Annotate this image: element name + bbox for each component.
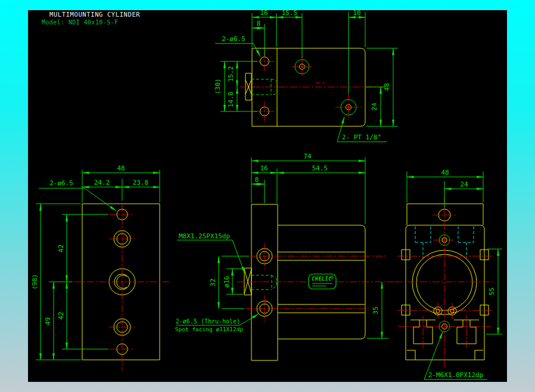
front-view-outline: [244, 204, 365, 360]
top-label-port: 2- PT 1/8": [342, 133, 381, 141]
left-dim-48: 48: [117, 164, 125, 172]
leader-thru-hole: [239, 314, 259, 325]
front-view-dimension-lines: [219, 161, 382, 338]
cad-drawing: MULTIMOUNTING CYLINDER Model: NDI 40x10-…: [28, 10, 507, 382]
right-view-centerlines: [395, 198, 495, 368]
leader-holes: [253, 43, 260, 57]
right-dim-55: 55: [488, 287, 496, 295]
left-dim-42-lower: 42: [57, 312, 65, 319]
left-view-centerlines: [74, 205, 170, 371]
left-dim-23-8: 23.8: [133, 179, 149, 186]
top-dim-8: 8: [257, 20, 261, 27]
top-dim-15-5: 15.5: [282, 10, 298, 17]
top-dim-10: 10: [353, 10, 360, 17]
front-dim-rod-16: ø16: [223, 276, 231, 288]
brand-logo: CHELIC: [309, 274, 336, 289]
front-label-rod-thread: M8X1.25PX15dp: [179, 232, 230, 240]
front-label-spot-facing: Spot facing ø11X12dp: [175, 326, 244, 332]
front-view-hidden-thread: [251, 275, 276, 290]
brand-logo-text: CHELIC: [312, 276, 332, 282]
front-view-extension-lines: [176, 157, 388, 338]
drawing-model: Model: NDI 40x10-S-F: [42, 19, 118, 26]
top-label-holes: 2-ø6.5: [222, 35, 245, 43]
front-dim-32: 32: [209, 278, 217, 286]
left-view-extension-lines: [36, 170, 160, 360]
right-dim-24: 24: [460, 181, 468, 188]
right-view-extension-lines: [407, 172, 502, 379]
top-dim-24: 24: [371, 102, 378, 111]
right-dim-48: 48: [441, 169, 449, 176]
top-view-extension-lines: [215, 12, 398, 142]
front-dim-35: 35: [372, 306, 380, 314]
front-view: CHELIC 74 16 54.5 8 M8X1.25PX15dp 32 ø16…: [175, 153, 394, 360]
top-view: 16 15.5 10 8 2-ø6.5 (30) 15.2 14.8 48 24…: [214, 10, 398, 142]
front-dim-74: 74: [303, 153, 312, 160]
left-view-dimension-lines: [41, 173, 160, 360]
front-dim-54-5: 54.5: [312, 164, 328, 172]
left-dim-49: 49: [44, 317, 52, 325]
front-dim-8: 8: [255, 176, 259, 183]
left-dim-42-upper: 42: [57, 244, 65, 252]
top-view-centerlines: [240, 51, 386, 122]
top-view-dimension-lines: [225, 17, 393, 142]
top-dim-15-2: 15.2: [227, 66, 235, 82]
top-dim-14-8: 14.8: [227, 92, 235, 108]
front-dim-16: 16: [260, 164, 268, 172]
drawing-title: MULTIMOUNTING CYLINDER: [49, 11, 140, 18]
top-dim-48: 48: [383, 83, 391, 91]
leader-holes: [85, 188, 116, 211]
drawing-canvas: MULTIMOUNTING CYLINDER Model: NDI 40x10-…: [28, 10, 507, 382]
right-view: 48 24 55 2-M6X1.0PX12dp: [395, 169, 502, 379]
left-dim-98: (98): [31, 274, 39, 290]
title-block: MULTIMOUNTING CYLINDER Model: NDI 40x10-…: [42, 11, 140, 26]
left-label-holes: 2-ø6.5: [49, 179, 73, 187]
left-dim-24-2: 24.2: [94, 179, 110, 186]
top-dim-30: (30): [214, 79, 222, 95]
front-label-thru-hole: 2-ø6.5 (Thru-hole): [176, 318, 240, 325]
left-view: 48 24.2 23.8 2-ø6.5 (98) 49 42 42: [31, 164, 170, 371]
top-dim-16: 16: [260, 10, 268, 17]
right-label-mount-thread: 2-M6X1.0PX12dp: [428, 371, 484, 379]
